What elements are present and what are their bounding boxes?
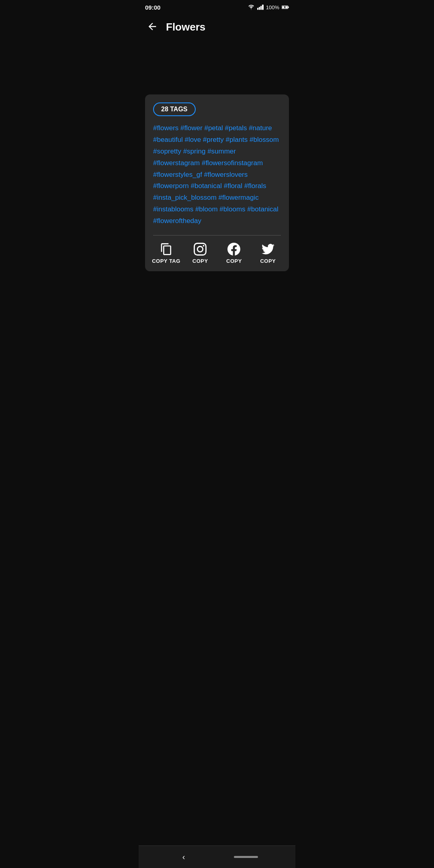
battery-text: 100% <box>266 4 279 10</box>
tags-card: 28 TAGS #flowers #flower #petal #petals … <box>145 94 289 271</box>
main-content: 28 TAGS #flowers #flower #petal #petals … <box>139 88 295 278</box>
status-bar: 09:00 100% <box>139 0 295 14</box>
copy-tag-icon <box>160 243 173 256</box>
svg-rect-5 <box>288 7 289 8</box>
app-bar: Flowers <box>139 14 295 40</box>
facebook-icon <box>227 243 240 256</box>
tags-header: 28 TAGS <box>145 94 289 123</box>
status-time: 09:00 <box>145 4 160 11</box>
page-title: Flowers <box>166 21 205 33</box>
battery-icon <box>282 4 289 10</box>
copy-facebook-label: COPY <box>226 258 242 264</box>
copy-twitter-label: COPY <box>260 258 276 264</box>
svg-rect-3 <box>262 5 264 10</box>
svg-rect-2 <box>260 6 262 10</box>
copy-instagram-label: COPY <box>192 258 208 264</box>
instagram-icon <box>194 243 207 256</box>
copy-tag-label: COPY TAG <box>152 258 180 264</box>
copy-tag-button[interactable]: COPY TAG <box>152 243 180 264</box>
wifi-icon <box>248 4 255 10</box>
svg-rect-0 <box>257 8 258 10</box>
back-button[interactable] <box>145 19 160 35</box>
action-bar: COPY TAG COPY COPY COPY <box>145 235 289 271</box>
tags-text: #flowers #flower #petal #petals #nature … <box>145 123 289 235</box>
copy-facebook-button[interactable]: COPY <box>220 243 248 264</box>
signal-icon <box>257 4 264 10</box>
tags-count-badge: 28 TAGS <box>153 102 196 116</box>
copy-twitter-button[interactable]: COPY <box>254 243 282 264</box>
status-icons: 100% <box>248 4 289 10</box>
twitter-icon <box>262 243 274 256</box>
svg-rect-1 <box>259 7 260 10</box>
copy-instagram-button[interactable]: COPY <box>186 243 214 264</box>
